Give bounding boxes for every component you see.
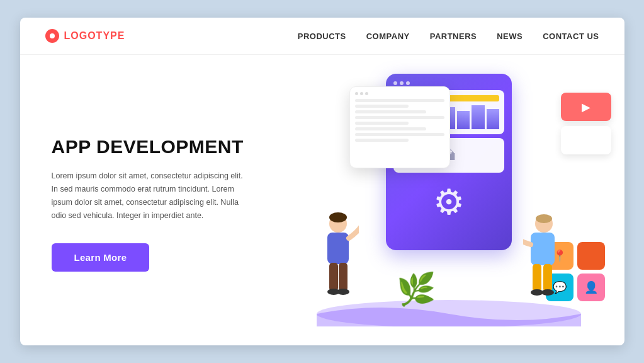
svg-rect-4 [329,263,338,291]
learn-more-button[interactable]: Learn More [52,243,150,272]
browser-line-8 [355,139,409,142]
browser-line-2 [355,105,409,108]
nav-news[interactable]: NEWS [497,32,523,41]
lines-card [561,126,611,154]
browser-line-4 [355,116,444,119]
chart-bar-7 [487,109,499,129]
browser-dot-3 [365,92,368,95]
svg-rect-5 [339,263,347,291]
nav-products[interactable]: PRODUCTS [298,32,346,41]
logo-area: LOGOTYPE [45,29,125,43]
play-card: ▶ [561,93,611,121]
person-left [318,210,359,311]
gear-icon: ⚙ [433,182,465,222]
screen-header [393,81,504,85]
main-content: APP DEVELOPMENT Lorem ipsum dolor sit am… [20,55,624,345]
svg-point-7 [337,289,349,295]
svg-rect-3 [327,233,349,264]
nav-partners[interactable]: PARTNERS [430,32,477,41]
hero-description: Lorem ipsum dolor sit amet, consectetur … [52,170,249,223]
browser-panel [349,86,450,168]
browser-dot-2 [360,92,363,95]
play-icon: ▶ [582,100,590,114]
browser-line-6 [355,127,427,130]
dot-3 [406,81,410,85]
browser-dot-1 [355,92,358,95]
logo-icon [45,29,59,43]
gear-area: ⚙ [393,176,504,227]
page-title: APP DEVELOPMENT [52,135,249,158]
browser-topbar [355,92,444,95]
svg-rect-12 [543,264,552,292]
svg-point-14 [541,289,554,296]
person-right [523,210,564,311]
browser-line-3 [355,110,427,113]
right-panel: 🏔 ⚙ [274,55,624,345]
svg-point-2 [329,212,347,222]
nav-company[interactable]: COMPANY [366,32,410,41]
chart-bar-5 [457,111,470,129]
browser-lines [355,99,444,142]
header: LOGOTYPE PRODUCTS COMPANY PARTNERS NEWS … [20,18,624,55]
svg-point-9 [536,214,552,223]
logo-text: LOGOTYPE [64,30,125,42]
browser-line-1 [355,99,444,102]
right-floating-panel: ▶ [561,93,611,154]
nav-contact[interactable]: CONTACT US [543,32,599,41]
left-panel: APP DEVELOPMENT Lorem ipsum dolor sit am… [20,55,274,345]
dot-1 [393,81,397,85]
user-icon: 👤 [584,280,598,294]
browser-line-5 [355,122,409,125]
chart-bar-6 [472,105,484,129]
box-user: 👤 [577,274,605,301]
browser-line-7 [355,133,444,136]
nav: PRODUCTS COMPANY PARTNERS NEWS CONTACT U… [298,32,599,41]
box-empty-1 [577,242,605,270]
svg-rect-10 [531,233,555,265]
dot-2 [400,81,404,85]
page-wrapper: LOGOTYPE PRODUCTS COMPANY PARTNERS NEWS … [20,18,624,345]
illustration: 🏔 ⚙ [274,55,624,345]
plant-decoration: 🌿 [397,271,436,308]
svg-rect-11 [533,264,541,292]
